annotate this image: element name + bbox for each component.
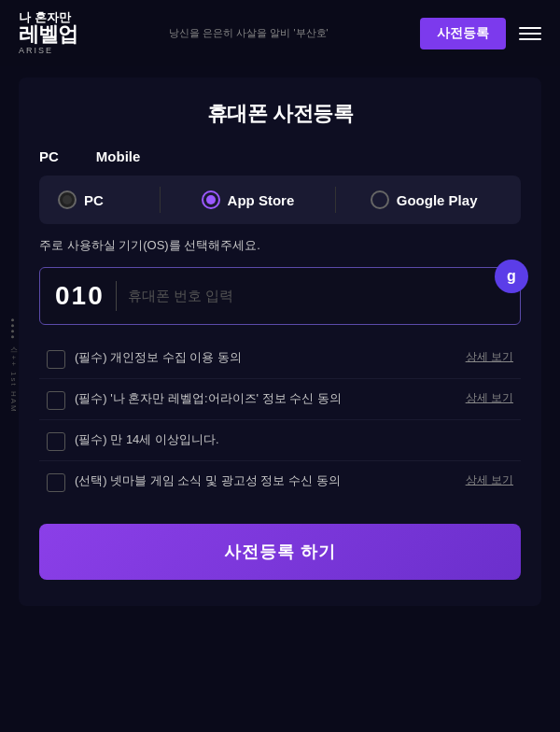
checkbox-item-4: (선택) 넷마블 게임 소식 및 광고성 정보 수신 동의 상세 보기 bbox=[39, 463, 521, 501]
checkbox-item-1: (필수) 개인정보 수집 이용 동의 상세 보기 bbox=[39, 340, 521, 379]
device-options-group: PC App Store Google Play bbox=[39, 176, 521, 224]
device-appstore-label: App Store bbox=[228, 192, 295, 208]
detail-link-4[interactable]: 상세 보기 bbox=[466, 472, 513, 488]
main-card: 휴대폰 사전등록 PC Mobile PC App Store Google P… bbox=[19, 77, 541, 606]
phone-input-container[interactable]: 010 휴대폰 번호 입력 bbox=[39, 267, 521, 325]
phone-prefix: 010 bbox=[55, 281, 105, 311]
checkbox-text-1: (필수) 개인정보 수집 이용 동의 bbox=[75, 349, 456, 366]
hamburger-line-2 bbox=[519, 33, 541, 35]
device-pc-label: PC bbox=[84, 192, 104, 208]
instructions-text: 주로 사용하실 기기(OS)를 선택해주세요. bbox=[39, 237, 521, 254]
checkbox-item-3: (필수) 만 14세 이상입니다. bbox=[39, 422, 521, 461]
checkbox-3[interactable] bbox=[47, 432, 65, 451]
hamburger-line-3 bbox=[519, 38, 541, 40]
divider-1 bbox=[160, 187, 161, 213]
checkbox-2[interactable] bbox=[47, 391, 65, 410]
radio-googleplay[interactable] bbox=[371, 190, 389, 209]
radio-appstore[interactable] bbox=[202, 190, 220, 209]
hamburger-line-1 bbox=[519, 27, 541, 29]
side-text: 스 ++ 1st HAM bbox=[7, 342, 18, 413]
device-googleplay-label: Google Play bbox=[397, 192, 478, 208]
checkbox-item-2: (필수) '나 혼자만 레벨업:어라이즈' 정보 수신 동의 상세 보기 bbox=[39, 381, 521, 420]
device-option-appstore[interactable]: App Store bbox=[164, 185, 332, 215]
side-decoration: 스 ++ 1st HAM bbox=[7, 318, 18, 413]
header-nav-hint: 낭신을 은은히 사살을 알비 '부산호' bbox=[77, 26, 420, 40]
checkbox-text-4: (선택) 넷마블 게임 소식 및 광고성 정보 수신 동의 bbox=[75, 472, 456, 489]
hamburger-menu[interactable] bbox=[519, 27, 541, 40]
divider-2 bbox=[335, 187, 336, 213]
tab-pc-label[interactable]: PC bbox=[39, 148, 59, 164]
side-dot-2 bbox=[11, 324, 14, 327]
side-dots bbox=[11, 318, 14, 338]
device-option-googleplay[interactable]: Google Play bbox=[340, 185, 508, 215]
checkbox-1[interactable] bbox=[47, 350, 65, 369]
device-option-pc[interactable]: PC bbox=[52, 185, 156, 215]
side-dot-4 bbox=[11, 335, 14, 338]
logo: 나 혼자만 레벨업 ARISE bbox=[19, 11, 77, 55]
logo-subtitle: ARISE bbox=[19, 46, 53, 55]
checkbox-4[interactable] bbox=[47, 473, 65, 492]
detail-link-1[interactable]: 상세 보기 bbox=[466, 349, 513, 365]
phone-divider bbox=[116, 281, 117, 311]
checkbox-text-2: (필수) '나 혼자만 레벨업:어라이즈' 정보 수신 동의 bbox=[75, 390, 456, 407]
tab-section: PC Mobile bbox=[39, 148, 521, 164]
checkbox-list: (필수) 개인정보 수집 이용 동의 상세 보기 (필수) '나 혼자만 레벨업… bbox=[39, 340, 521, 501]
logo-main-text: 레벨업 bbox=[19, 24, 77, 45]
page-title: 휴대폰 사전등록 bbox=[39, 100, 521, 128]
side-dot-3 bbox=[11, 330, 14, 332]
preregister-button[interactable]: 사전등록 bbox=[420, 18, 506, 49]
checkbox-text-3: (필수) 만 14세 이상입니다. bbox=[75, 431, 513, 448]
g-icon: g bbox=[495, 260, 528, 293]
radio-pc[interactable] bbox=[58, 190, 77, 209]
side-dot-1 bbox=[11, 318, 14, 321]
submit-button[interactable]: 사전등록 하기 bbox=[39, 524, 521, 580]
phone-input-wrapper: 010 휴대폰 번호 입력 g bbox=[39, 267, 521, 325]
phone-placeholder-text: 휴대폰 번호 입력 bbox=[128, 288, 505, 305]
header: 나 혼자만 레벨업 ARISE 낭신을 은은히 사살을 알비 '부산호' 사전등… bbox=[0, 0, 560, 66]
detail-link-2[interactable]: 상세 보기 bbox=[466, 390, 513, 406]
tab-mobile-label[interactable]: Mobile bbox=[96, 148, 141, 164]
